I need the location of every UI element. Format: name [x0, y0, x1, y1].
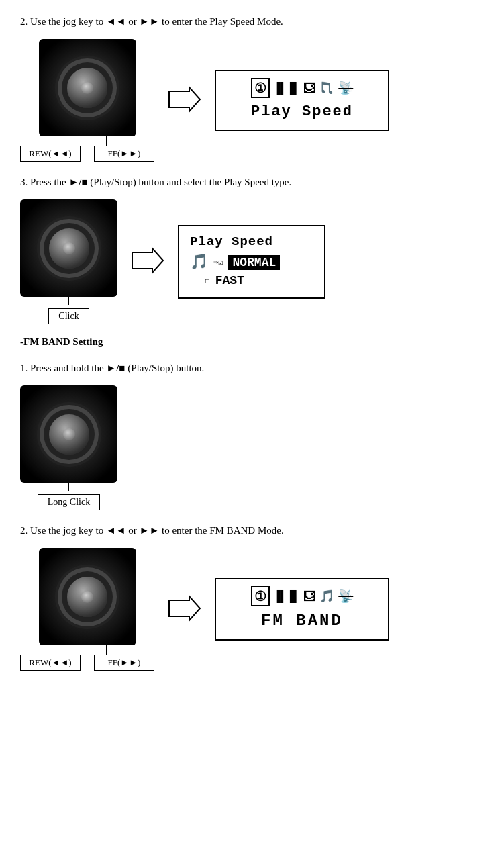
- arrow-1: [168, 86, 201, 115]
- button-row-fm: REW(◄◄) FF(►►): [20, 655, 154, 671]
- line-right-fm: [106, 645, 107, 655]
- rew-button-fm: REW(◄◄): [20, 655, 81, 671]
- instruction-fm-1: 1. Press and hold the ►/■ (Play/Stop) bu…: [20, 360, 484, 376]
- play-speed-display-1: ① ▐▌▐▌ ⛾ 🎵 📡 Play Speed: [215, 70, 389, 131]
- device-image-2: [20, 199, 117, 297]
- icon-antenna1: ⛾: [303, 81, 315, 95]
- icon-antenna2: 📡: [338, 81, 353, 95]
- arrow-2: [131, 247, 164, 277]
- diagram-fm-jog: REW(◄◄) FF(►►) ① ▐▌▐▌ ⛾ 🎵 📡 FM BAND: [20, 548, 484, 671]
- svg-marker-2: [169, 596, 200, 620]
- display-icons-fm: ① ▐▌▐▌ ⛾ 🎵 📡: [251, 586, 354, 606]
- line-left-fm: [68, 645, 68, 655]
- icon-clock-fm: ①: [251, 586, 270, 606]
- instruction-fm-2: 2. Use the jog key to ◄◄ or ►► to enter …: [20, 522, 484, 538]
- diagram-fm-press: Long Click: [20, 385, 484, 510]
- fast-item: ⇒☑ ☐ FAST: [190, 274, 313, 287]
- fm-band-heading: -FM BAND Setting: [20, 336, 484, 348]
- arrow-filled: ⇒☑: [213, 257, 223, 267]
- normal-item: 🎵 ⇒☑ NORMAL: [190, 253, 313, 271]
- svg-marker-1: [132, 248, 163, 273]
- line-right-1: [106, 136, 107, 146]
- click-label: Click: [48, 308, 89, 324]
- device-image-1: [39, 39, 136, 136]
- section-button-play-speed: 3. Press the ►/■ (Play/Stop) button and …: [20, 174, 484, 324]
- svg-marker-0: [169, 87, 200, 111]
- diagram-jog-play-speed: REW(◄◄) FF(►►) ① ▐▌▐▌ ⛾ 🎵 📡 Play Speed: [20, 39, 484, 162]
- section-jog-play-speed: 2. Use the jog key to ◄◄ or ►► to enter …: [20, 13, 484, 162]
- diagram-button-play-speed: Click Play Speed 🎵 ⇒☑ NORMAL ⇒☑ ☐ FAST: [20, 199, 484, 324]
- play-speed-title-2: Play Speed: [190, 234, 313, 249]
- fm-band-display: ① ▐▌▐▌ ⛾ 🎵 📡 FM BAND: [215, 578, 389, 641]
- arrow-fm: [168, 595, 201, 624]
- ff-button-1: FF(►►): [94, 146, 154, 162]
- fm-band-title: FM BAND: [261, 612, 343, 630]
- checkbox-empty: ☐: [205, 276, 209, 286]
- device-wrapper-3: Long Click: [20, 385, 117, 510]
- normal-icon: 🎵: [190, 253, 208, 271]
- play-speed-display-2: Play Speed 🎵 ⇒☑ NORMAL ⇒☑ ☐ FAST: [178, 225, 325, 299]
- icon-clock: ①: [251, 78, 270, 98]
- icon-bars: ▐▌▐▌: [274, 82, 300, 95]
- device-image-4: [39, 548, 136, 645]
- connector-lines-1: [68, 136, 107, 146]
- icon-note: 🎵: [319, 81, 334, 95]
- section-fm-press: 1. Press and hold the ►/■ (Play/Stop) bu…: [20, 360, 484, 510]
- fast-label: FAST: [215, 274, 244, 287]
- button-row-1: REW(◄◄) FF(►►): [20, 146, 154, 162]
- instruction-1: 2. Use the jog key to ◄◄ or ►► to enter …: [20, 13, 484, 30]
- long-click-label: Long Click: [38, 494, 100, 510]
- line-3: [68, 483, 69, 491]
- device-jog-fm: REW(◄◄) FF(►►): [20, 548, 154, 671]
- section-fm-jog: 2. Use the jog key to ◄◄ or ►► to enter …: [20, 522, 484, 671]
- icon-antenna2-fm: 📡: [338, 589, 353, 604]
- display-icons-1: ① ▐▌▐▌ ⛾ 🎵 📡: [251, 78, 354, 98]
- ff-button-fm: FF(►►): [94, 655, 154, 671]
- icon-bars-fm: ▐▌▐▌: [274, 590, 300, 603]
- device-jog-1: REW(◄◄) FF(►►): [20, 39, 154, 162]
- instruction-2: 3. Press the ►/■ (Play/Stop) button and …: [20, 174, 484, 190]
- connector-lines-fm: [68, 645, 107, 655]
- play-speed-title-1: Play Speed: [251, 103, 353, 120]
- device-image-3: [20, 385, 117, 483]
- rew-button-1: REW(◄◄): [20, 146, 81, 162]
- section-fm-heading: -FM BAND Setting: [20, 336, 484, 348]
- line-left-1: [68, 136, 68, 146]
- icon-note-fm: 🎵: [319, 589, 334, 604]
- icon-antenna1-fm: ⛾: [303, 589, 315, 604]
- device-wrapper-2: Click: [20, 199, 117, 324]
- normal-label: NORMAL: [228, 255, 280, 270]
- line-2: [68, 297, 69, 305]
